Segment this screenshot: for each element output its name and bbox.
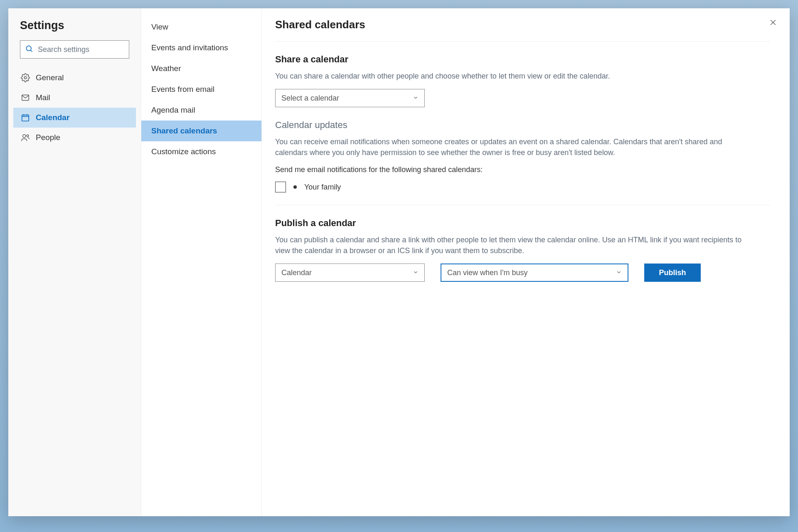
subnav-label: Customize actions bbox=[151, 147, 216, 156]
subnav-item-view[interactable]: View bbox=[141, 17, 261, 37]
main-content: Shared calendars Share a calendar You ca… bbox=[262, 8, 790, 516]
svg-line-1 bbox=[31, 50, 32, 52]
settings-title: Settings bbox=[13, 17, 136, 40]
publish-calendar-dropdown[interactable]: Calendar bbox=[275, 264, 425, 282]
subnav-item-shared-calendars[interactable]: Shared calendars bbox=[141, 121, 261, 141]
subnav-item-weather[interactable]: Weather bbox=[141, 58, 261, 79]
subnav-item-events-from-email[interactable]: Events from email bbox=[141, 79, 261, 100]
search-wrap bbox=[20, 40, 129, 59]
subnav-item-agenda-mail[interactable]: Agenda mail bbox=[141, 100, 261, 121]
publish-button[interactable]: Publish bbox=[644, 264, 701, 282]
calendar-color-dot bbox=[293, 185, 297, 189]
close-icon bbox=[769, 18, 777, 28]
close-button[interactable] bbox=[767, 17, 779, 29]
section-share: Share a calendar You can share a calenda… bbox=[275, 42, 770, 107]
section-sub-updates: Send me email notifications for the foll… bbox=[275, 165, 770, 174]
svg-point-2 bbox=[24, 76, 27, 79]
sidebar-item-label: General bbox=[36, 73, 64, 82]
sidebar-item-people[interactable]: People bbox=[13, 128, 136, 148]
dropdown-value: Select a calendar bbox=[281, 94, 339, 103]
section-heading-share: Share a calendar bbox=[275, 54, 770, 65]
page-title: Shared calendars bbox=[275, 18, 770, 42]
section-heading-publish: Publish a calendar bbox=[275, 218, 770, 229]
gear-icon bbox=[21, 73, 30, 82]
chevron-down-icon bbox=[413, 94, 419, 103]
subnav-label: Events from email bbox=[151, 85, 214, 94]
publish-permission-dropdown[interactable]: Can view when I'm busy bbox=[441, 264, 628, 282]
sidebar-item-calendar[interactable]: Calendar bbox=[13, 108, 136, 128]
subnav-label: Weather bbox=[151, 64, 181, 73]
svg-rect-4 bbox=[22, 115, 29, 121]
sidebar-item-mail[interactable]: Mail bbox=[13, 88, 136, 108]
dropdown-value: Calendar bbox=[281, 268, 312, 277]
section-desc-updates: You can receive email notifications when… bbox=[275, 136, 745, 158]
subnav-item-customize-actions[interactable]: Customize actions bbox=[141, 141, 261, 162]
subnav-label: Agenda mail bbox=[151, 106, 195, 115]
publish-button-label: Publish bbox=[659, 268, 686, 277]
sidebar-mid: View Events and invitations Weather Even… bbox=[141, 8, 262, 516]
people-icon bbox=[21, 133, 30, 142]
subnav-label: Shared calendars bbox=[151, 126, 217, 135]
svg-point-0 bbox=[26, 46, 31, 51]
sidebar-left: Settings General Mail Calendar bbox=[8, 8, 141, 516]
subnav-label: View bbox=[151, 22, 168, 32]
chevron-down-icon bbox=[413, 268, 419, 277]
search-icon bbox=[25, 44, 33, 54]
section-heading-updates: Calendar updates bbox=[275, 120, 770, 131]
calendar-icon bbox=[21, 113, 30, 122]
chevron-down-icon bbox=[616, 268, 622, 277]
sidebar-item-general[interactable]: General bbox=[13, 68, 136, 88]
section-desc-share: You can share a calendar with other peop… bbox=[275, 71, 745, 81]
dropdown-value: Can view when I'm busy bbox=[447, 268, 528, 277]
subnav-item-events-invitations[interactable]: Events and invitations bbox=[141, 37, 261, 58]
calendar-name-label: Your family bbox=[304, 183, 341, 192]
settings-window: Settings General Mail Calendar bbox=[8, 8, 790, 516]
calendar-notification-row: Your family bbox=[275, 182, 770, 192]
mail-icon bbox=[21, 93, 30, 102]
search-input[interactable] bbox=[20, 40, 129, 59]
sidebar-item-label: Mail bbox=[36, 93, 50, 102]
subnav-label: Events and invitations bbox=[151, 43, 228, 52]
section-publish: Publish a calendar You can publish a cal… bbox=[275, 205, 770, 282]
select-calendar-dropdown[interactable]: Select a calendar bbox=[275, 89, 425, 107]
svg-point-12 bbox=[27, 135, 29, 137]
sidebar-item-label: People bbox=[36, 133, 60, 142]
section-updates: Calendar updates You can receive email n… bbox=[275, 107, 770, 205]
your-family-checkbox[interactable] bbox=[275, 182, 286, 192]
sidebar-item-label: Calendar bbox=[36, 113, 69, 122]
section-desc-publish: You can publish a calendar and share a l… bbox=[275, 234, 745, 256]
publish-row: Calendar Can view when I'm busy Publish bbox=[275, 264, 770, 282]
svg-point-11 bbox=[23, 135, 26, 138]
